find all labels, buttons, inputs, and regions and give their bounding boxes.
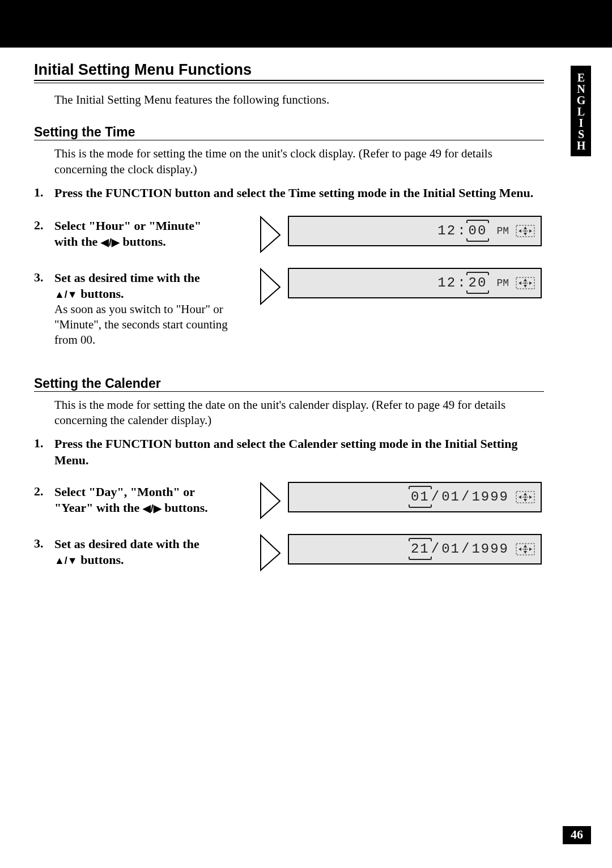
left-right-icon: ◀/▶ <box>101 236 120 249</box>
page-number-badge: 46 <box>563 826 591 844</box>
calendar-step-3-line1: Set as desired date with the <box>54 536 247 552</box>
section-calendar-heading: Setting the Calender <box>34 376 544 391</box>
page-content: Initial Setting Menu Functions The Initi… <box>34 57 544 588</box>
nav-icon <box>516 491 535 503</box>
time-step-3-line1: Set as desired time with the <box>54 270 247 286</box>
lcd-time-value: 12:00 <box>437 223 487 238</box>
time-step-3-note: As soon as you switch to "Hour" or "Minu… <box>54 302 247 348</box>
page-intro: The Initial Setting Menu features the fo… <box>54 92 544 108</box>
lcd-day-blink: 01 <box>410 489 430 504</box>
lcd-display: 12:20 PM <box>288 268 542 298</box>
svg-marker-8 <box>524 279 527 281</box>
svg-marker-16 <box>524 499 527 502</box>
lcd-time-value: 12:20 <box>437 275 487 290</box>
calendar-step-2-line2: "Year" with the ◀/▶ buttons. <box>54 500 247 516</box>
section-rule <box>34 391 544 392</box>
lcd-date-value: 01/01/1999 <box>410 489 509 504</box>
lcd-minute-blink: 20 <box>468 275 488 290</box>
svg-marker-3 <box>518 229 521 233</box>
svg-marker-9 <box>524 285 527 288</box>
lcd-display: 01/01/1999 <box>288 482 542 512</box>
svg-marker-24 <box>518 548 521 551</box>
nav-icon <box>516 543 535 555</box>
time-steps: Press the FUNCTION button and select the… <box>34 185 544 348</box>
time-step-3: Set as desired time with the ▲/▼ buttons… <box>34 270 544 348</box>
calendar-step-2: Select "Day", "Month" or "Year" with the… <box>34 484 544 520</box>
lcd-ampm: PM <box>496 277 509 289</box>
language-tab: ENGLISH <box>571 66 591 156</box>
svg-marker-2 <box>524 233 527 236</box>
calendar-step-3-line2: ▲/▼ buttons. <box>54 552 247 568</box>
top-black-band <box>0 0 612 48</box>
svg-marker-17 <box>518 495 521 499</box>
svg-marker-1 <box>524 226 527 229</box>
time-step-2-line2: with the ◀/▶ buttons. <box>54 234 247 250</box>
section-time-heading: Setting the Time <box>34 125 544 140</box>
calendar-lcd-2: 21/01/1999 <box>257 534 542 572</box>
time-lcd-1: 12:00 PM <box>257 216 542 254</box>
lcd-pointer-icon <box>257 534 284 572</box>
lcd-pointer-icon <box>257 216 284 254</box>
lcd-pointer-icon <box>257 268 284 306</box>
section-rule <box>34 140 544 140</box>
calendar-lcd-1: 01/01/1999 <box>257 482 542 520</box>
up-down-icon: ▲/▼ <box>54 288 78 301</box>
calendar-step-2-line1: Select "Day", "Month" or <box>54 484 247 500</box>
language-tab-label: ENGLISH <box>575 71 588 151</box>
svg-marker-22 <box>524 545 527 548</box>
time-step-1: Press the FUNCTION button and select the… <box>34 185 544 202</box>
calendar-step-3: Set as desired date with the ▲/▼ buttons… <box>34 536 544 572</box>
time-step-3-line2: ▲/▼ buttons. <box>54 286 247 302</box>
title-rule <box>34 80 544 83</box>
left-right-icon: ◀/▶ <box>143 502 162 515</box>
page-title: Initial Setting Menu Functions <box>34 61 544 79</box>
lcd-day-blink: 21 <box>410 541 430 557</box>
time-intro: This is the mode for setting the time on… <box>54 146 544 177</box>
time-step-2-line1: Select "Hour" or "Minute" <box>54 218 247 234</box>
lcd-ampm: PM <box>496 225 509 237</box>
svg-marker-10 <box>518 281 521 285</box>
lcd-pointer-icon <box>257 482 284 520</box>
time-step-2: Select "Hour" or "Minute" with the ◀/▶ b… <box>34 218 544 254</box>
calendar-step-1: Press the FUNCTION button and select the… <box>34 436 544 468</box>
lcd-display: 12:00 PM <box>288 216 542 246</box>
lcd-minute-blink: 00 <box>468 223 488 238</box>
calendar-step-1-text: Press the FUNCTION button and select the… <box>54 436 544 468</box>
page-number-text: 46 <box>571 827 583 841</box>
time-lcd-2: 12:20 PM <box>257 268 542 306</box>
calendar-intro: This is the mode for setting the date on… <box>54 397 544 429</box>
time-step-1-text: Press the FUNCTION button and select the… <box>54 185 544 201</box>
lcd-display: 21/01/1999 <box>288 534 542 565</box>
nav-icon <box>516 225 535 237</box>
svg-marker-18 <box>529 495 532 499</box>
svg-marker-11 <box>529 281 532 285</box>
up-down-icon: ▲/▼ <box>54 554 78 567</box>
lcd-date-value: 21/01/1999 <box>410 541 509 557</box>
svg-marker-23 <box>524 551 527 554</box>
calendar-steps: Press the FUNCTION button and select the… <box>34 436 544 572</box>
svg-marker-4 <box>529 229 532 233</box>
svg-marker-15 <box>524 493 527 495</box>
svg-marker-25 <box>529 548 532 551</box>
nav-icon <box>516 277 535 289</box>
